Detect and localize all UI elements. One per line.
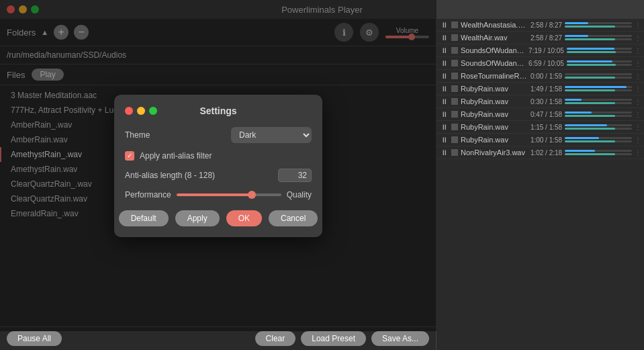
track-time: 0:00 / 1:59 [531,73,562,80]
track-controls: ⏸ [439,85,458,93]
track-pause-button[interactable]: ⏸ [439,46,449,54]
modal-max-dot[interactable] [149,107,157,115]
track-volume-bar[interactable] [567,51,632,53]
track-pause-button[interactable]: ⏸ [439,72,449,80]
drag-handle-icon: ⋮ [635,98,641,105]
drag-handle-icon: ⋮ [635,124,641,131]
track-progress-bar[interactable] [565,73,632,75]
track-progress-bar[interactable] [565,99,632,101]
theme-label: Theme [125,130,150,140]
track-volume-bar[interactable] [565,102,632,104]
antialias-checkbox[interactable]: ✓ [125,151,134,161]
theme-select[interactable]: Dark Light System [231,127,312,143]
track-row: ⏸ RoseTourmalineRain.w 0:00 / 1:59 ⋮ [436,70,644,83]
track-stop-button[interactable] [451,124,458,130]
performance-slider[interactable] [177,193,281,196]
track-progress-bar[interactable] [565,150,632,152]
track-stop-button[interactable] [451,60,458,67]
track-pause-button[interactable]: ⏸ [439,123,449,131]
pause-all-button[interactable]: Pause All [7,331,62,346]
settings-modal: Settings Theme Dark Light System ✓ Apply… [114,95,322,237]
track-sliders [567,60,632,66]
antialias-length-label: Anti-alias length (8 - 128) [125,171,215,180]
track-progress-bar[interactable] [565,86,632,88]
track-pause-button[interactable]: ⏸ [439,85,449,93]
track-stop-button[interactable] [451,85,458,92]
track-stop-button[interactable] [451,149,458,156]
track-volume-bar[interactable] [565,89,632,91]
track-time: 1:02 / 2:18 [531,149,562,157]
modal-title-bar: Settings [125,105,312,116]
drag-handle-icon: ⋮ [635,47,641,54]
track-volume-bar[interactable] [567,64,632,66]
track-time: 0:30 / 1:58 [531,98,562,105]
track-row: ⏸ RubyRain.wav 1:00 / 1:58 ⋮ [436,134,644,146]
antialias-length-input[interactable] [278,169,312,182]
track-stop-button[interactable] [451,73,458,79]
drag-handle-icon: ⋮ [635,60,641,67]
modal-min-dot[interactable] [137,107,145,115]
track-stop-button[interactable] [451,21,458,28]
drag-handle-icon: ⋮ [635,73,641,80]
save-as-button[interactable]: Save As... [371,331,429,346]
track-time: 1:15 / 1:58 [531,124,562,131]
modal-overlay: Settings Theme Dark Light System ✓ Apply… [0,0,436,331]
track-controls: ⏸ [439,21,458,29]
track-stop-button[interactable] [451,136,458,143]
track-stop-button[interactable] [451,47,458,54]
bottom-actions: Clear Load Preset Save As... [255,331,429,346]
track-controls: ⏸ [439,34,458,42]
track-name: RubyRain.wav [461,85,528,93]
track-sliders [565,112,632,117]
track-name: WealthAnastasia.wav [461,21,528,29]
track-pause-button[interactable]: ⏸ [439,97,449,105]
track-progress-bar[interactable] [565,35,632,37]
track-progress-bar[interactable] [565,137,632,139]
track-progress-bar[interactable] [565,22,632,24]
track-controls: ⏸ [439,110,458,118]
track-sliders [565,73,632,79]
track-pause-button[interactable]: ⏸ [439,110,449,118]
clear-button[interactable]: Clear [255,331,296,346]
track-pause-button[interactable]: ⏸ [439,21,449,29]
modal-close-dot[interactable] [125,107,133,115]
track-time: 6:59 / 10:05 [528,60,564,67]
track-progress-bar[interactable] [567,48,632,50]
ok-button[interactable]: OK [226,210,262,226]
modal-dots [125,107,157,115]
track-volume-bar[interactable] [565,128,632,130]
default-button[interactable]: Default [119,210,169,226]
track-row: ⏸ SoundsOfWudang2.w 6:59 / 10:05 ⋮ [436,57,644,70]
track-progress-bar[interactable] [565,124,632,126]
track-stop-button[interactable] [451,111,458,118]
track-name: RubyRain.wav [461,97,528,105]
antialias-label: Apply anti-alias filter [140,151,212,161]
track-volume-bar[interactable] [565,115,632,117]
track-volume-bar[interactable] [565,77,632,79]
track-row: ⏸ WealthAnastasia.wav 2:58 / 8:27 ⋮ [436,19,644,32]
apply-button[interactable]: Apply [175,210,220,226]
track-controls: ⏸ [439,97,458,105]
track-pause-button[interactable]: ⏸ [439,34,449,42]
track-progress-bar[interactable] [565,112,632,114]
track-volume-bar[interactable] [565,140,632,142]
track-name: WealthAir.wav [461,34,528,42]
track-stop-button[interactable] [451,98,458,105]
track-pause-button[interactable]: ⏸ [439,59,449,67]
track-pause-button[interactable]: ⏸ [439,148,449,157]
load-preset-button[interactable]: Load Preset [301,331,366,346]
track-volume-bar[interactable] [565,38,632,40]
track-time: 2:58 / 8:27 [531,34,562,42]
track-volume-bar[interactable] [565,153,632,155]
track-sliders [565,150,632,155]
track-name: SoundsOfWudang2.w [461,46,526,54]
track-sliders [567,48,632,53]
cancel-button[interactable]: Cancel [269,210,318,226]
track-controls: ⏸ [439,148,458,157]
track-progress-bar[interactable] [567,60,632,62]
track-stop-button[interactable] [451,34,458,41]
track-row: ⏸ RubyRain.wav 1:49 / 1:58 ⋮ [436,83,644,95]
track-pause-button[interactable]: ⏸ [439,136,449,144]
track-volume-bar[interactable] [565,26,632,28]
track-sliders [565,86,632,91]
